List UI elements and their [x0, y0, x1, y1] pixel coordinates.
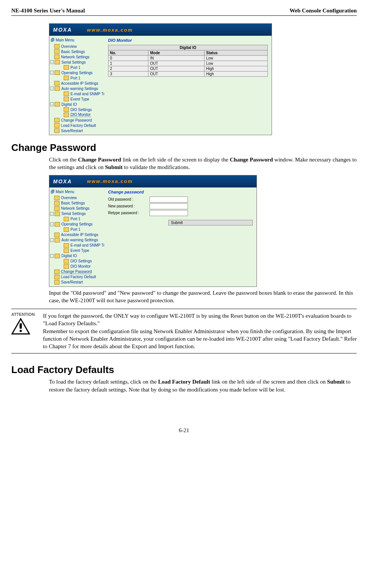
folder-icon: [64, 91, 69, 96]
svg-point-2: [20, 330, 22, 332]
folder-icon: [55, 60, 60, 64]
dio-col-mode: Mode: [148, 50, 205, 56]
nav-label: Event Type: [70, 97, 89, 101]
content-col-2: Change password Old password : New passw…: [104, 187, 257, 286]
table-cell: High: [205, 66, 268, 72]
nav-item[interactable]: Load Factory Default: [50, 123, 104, 128]
dio-col-status: Status: [205, 50, 268, 56]
page-number: 6-21: [11, 427, 357, 434]
folder-icon: [64, 65, 69, 70]
nav-label: Network Settings: [61, 55, 90, 59]
nav-label: Basic Settings: [61, 50, 85, 54]
nav-item[interactable]: Accessible IP Settings: [50, 81, 104, 86]
nav-item[interactable]: DIO Monitor: [50, 112, 104, 117]
nav-item[interactable]: Port 1: [50, 227, 104, 232]
header-left: NE-4100 Series User's Manual: [11, 8, 85, 14]
input-old-password[interactable]: [150, 197, 188, 203]
nav-label: Operating Settings: [61, 71, 93, 75]
submit-button[interactable]: Submit: [168, 220, 253, 225]
moxa-logo-2: MOXA: [53, 178, 72, 184]
folder-icon: [55, 70, 60, 75]
nav-item[interactable]: -Auto warning Settings: [50, 86, 104, 91]
moxa-url: www.moxa.com: [87, 27, 133, 33]
nav-item[interactable]: DIO Monitor: [50, 264, 104, 269]
table-row: 0INLow: [108, 56, 268, 61]
nav-label: DIO Settings: [70, 108, 92, 112]
table-cell: OUT: [148, 72, 205, 77]
nav-item[interactable]: Accessible IP Settings: [50, 232, 104, 238]
nav-item[interactable]: E-mail and SNMP Trap: [50, 243, 104, 248]
nav-item[interactable]: Save/Restart: [50, 280, 104, 285]
folder-icon: [55, 238, 60, 242]
nav-item[interactable]: -Operating Settings: [50, 222, 104, 227]
nav-label: Serial Settings: [61, 212, 86, 216]
folder-icon: [54, 280, 60, 285]
folder-icon: [54, 44, 60, 49]
nav-item[interactable]: DIO Settings: [50, 107, 104, 112]
nav-item[interactable]: Change Password: [50, 269, 104, 274]
nav-label: Serial Settings: [61, 60, 86, 64]
screenshot-dio-monitor: MOXA www.moxa.com 🗐 Main Menu OverviewBa…: [49, 23, 272, 135]
nav-item[interactable]: E-mail and SNMP Trap: [50, 91, 104, 96]
nav-item[interactable]: Overview: [50, 195, 104, 201]
nav-item[interactable]: -Digital IO: [50, 102, 104, 107]
input-retype-password[interactable]: [150, 210, 188, 216]
folder-icon: [54, 49, 60, 54]
table-cell: IN: [148, 56, 205, 61]
table-cell: Low: [205, 56, 268, 61]
nav-item[interactable]: Basic Settings: [50, 49, 104, 54]
nav-item[interactable]: Network Settings: [50, 206, 104, 211]
nav-label: Digital IO: [61, 102, 77, 107]
folder-icon: [55, 222, 60, 227]
nav-item[interactable]: Port 1: [50, 75, 104, 81]
nav-label: Auto warning Settings: [61, 238, 98, 242]
nav-item[interactable]: Load Factory Default: [50, 274, 104, 280]
nav-item[interactable]: Basic Settings: [50, 201, 104, 206]
folder-icon: [55, 86, 60, 91]
nav-item[interactable]: -Serial Settings: [50, 59, 104, 65]
nav-label: Save/Restart: [61, 280, 83, 284]
nav-item[interactable]: -Serial Settings: [50, 211, 104, 216]
nav-label: Accessible IP Settings: [61, 233, 98, 237]
dio-caption: Digital IO: [108, 45, 268, 50]
nav-title-2: 🗐 Main Menu: [50, 189, 104, 195]
folder-icon: [54, 201, 60, 206]
nav-item[interactable]: Overview: [50, 44, 104, 49]
nav-label: Overview: [61, 196, 77, 200]
nav-item[interactable]: -Digital IO: [50, 253, 104, 259]
nav-item[interactable]: Port 1: [50, 216, 104, 222]
nav-item[interactable]: DIO Settings: [50, 259, 104, 264]
moxa-url-2: www.moxa.com: [87, 178, 133, 184]
nav-label: Network Settings: [61, 206, 90, 210]
svg-rect-1: [20, 323, 22, 329]
folder-icon: [55, 212, 60, 216]
nav-item[interactable]: Port 1: [50, 65, 104, 70]
folder-icon: [54, 275, 60, 279]
nav-item[interactable]: Network Settings: [50, 54, 104, 59]
dio-col-no: No.: [108, 50, 148, 56]
nav-label: DIO Settings: [70, 259, 92, 263]
nav-label: Change Password: [61, 118, 92, 122]
nav-item[interactable]: Event Type: [50, 248, 104, 253]
header-right: Web Console Configuration: [290, 8, 357, 14]
folder-icon: [64, 227, 69, 232]
nav-item[interactable]: Save/Restart: [50, 128, 104, 133]
table-row: 2OUTHigh: [108, 66, 268, 72]
table-cell: 0: [108, 56, 148, 61]
folder-icon: [64, 76, 69, 80]
nav-label: Change Password: [61, 270, 92, 274]
load-factory-para: To load the factory default settings, cl…: [49, 378, 357, 393]
nav-item[interactable]: Event Type: [50, 96, 104, 102]
input-new-password[interactable]: [150, 203, 188, 209]
folder-icon: [54, 233, 60, 237]
attention-block: ATTENTION If you forget the password, th…: [11, 309, 357, 353]
nav-item[interactable]: -Auto warning Settings: [50, 238, 104, 243]
nav-item[interactable]: Change Password: [50, 117, 104, 123]
nav-title: 🗐 Main Menu: [50, 37, 104, 44]
nav-item[interactable]: -Operating Settings: [50, 70, 104, 75]
folder-icon: [55, 102, 60, 107]
table-cell: 1: [108, 61, 148, 66]
nav-label: Event Type: [70, 248, 89, 253]
nav-label: E-mail and SNMP Trap: [70, 92, 109, 96]
nav-label: Port 1: [70, 66, 81, 70]
